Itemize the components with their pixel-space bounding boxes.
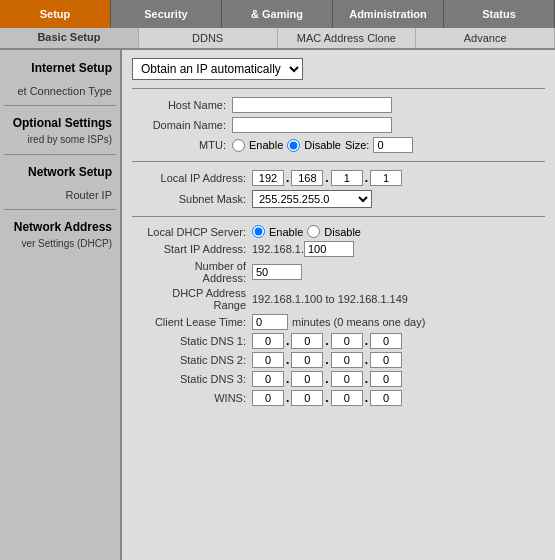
start-ip-input[interactable] (304, 241, 354, 257)
lease-time-suffix: minutes (0 means one day) (292, 316, 425, 328)
static-dns3-row: Static DNS 3: . . . (132, 371, 545, 387)
sidebar-network-address-title: Network Address (4, 220, 112, 234)
lease-time-row: Client Lease Time: minutes (0 means one … (132, 314, 545, 330)
dhcp-enable-radio[interactable] (252, 225, 265, 238)
sidebar-dhcp-label: ver Settings (DHCP) (21, 238, 112, 249)
mtu-radio-group: Enable Disable Size: (232, 137, 413, 153)
domain-name-label: Domain Name: (132, 119, 232, 131)
num-address-label: Number of Address: (132, 260, 252, 284)
dns3-dot-3: . (365, 372, 368, 386)
mtu-disable-radio[interactable] (287, 139, 300, 152)
domain-name-input[interactable] (232, 117, 392, 133)
sidebar-optional-title: Optional Settings (4, 116, 112, 130)
mtu-size-input[interactable] (373, 137, 413, 153)
dhcp-range-row: DHCP Address Range 192.168.1.100 to 192.… (132, 287, 545, 311)
wins-octet-4[interactable] (370, 390, 402, 406)
sidebar-network-setup-title: Network Setup (4, 165, 112, 179)
wins-octet-1[interactable] (252, 390, 284, 406)
dns2-octet-3[interactable] (331, 352, 363, 368)
sub-nav: Basic Setup DDNS MAC Address Clone Advan… (0, 28, 555, 50)
dhcp-range-label-line2: Range (214, 299, 246, 311)
num-address-input[interactable] (252, 264, 302, 280)
static-dns2-row: Static DNS 2: . . . (132, 352, 545, 368)
dhcp-range-value: 192.168.1.100 to 192.168.1.149 (252, 293, 408, 305)
tab-security[interactable]: Security (111, 0, 222, 28)
dns3-octet-2[interactable] (291, 371, 323, 387)
wins-dot-3: . (365, 391, 368, 405)
dns1-dot-3: . (365, 334, 368, 348)
local-ip-label: Local IP Address: (132, 172, 252, 184)
dns3-dot-1: . (286, 372, 289, 386)
mtu-row: MTU: Enable Disable Size: (132, 137, 545, 153)
local-ip-row: Local IP Address: . . . (132, 170, 545, 186)
dhcp-disable-label: Disable (324, 226, 361, 238)
sidebar-internet-setup-title: Internet Setup (4, 61, 112, 75)
subtab-advanced[interactable]: Advance (416, 28, 555, 48)
sidebar: Internet Setup et Connection Type Option… (0, 50, 120, 560)
connection-type-select[interactable]: Obtain an IP automatically Static IP PPP… (132, 58, 303, 80)
dns1-octet-3[interactable] (331, 333, 363, 349)
dns1-octet-1[interactable] (252, 333, 284, 349)
dns3-octet-1[interactable] (252, 371, 284, 387)
subnet-mask-select[interactable]: 255.255.255.0 255.255.0.0 255.0.0.0 (252, 190, 372, 208)
mtu-size-label: Size: (345, 139, 369, 151)
sidebar-network-setup: Network Setup (0, 159, 120, 185)
dhcp-disable-radio[interactable] (307, 225, 320, 238)
dhcp-range-label-line1: DHCP Address (172, 287, 246, 299)
dhcp-range-label: DHCP Address Range (132, 287, 252, 311)
static-dns1-fields: . . . (252, 333, 402, 349)
wins-octet-3[interactable] (331, 390, 363, 406)
tab-administration[interactable]: Administration (333, 0, 444, 28)
subtab-mac-clone[interactable]: MAC Address Clone (278, 28, 417, 48)
wins-octet-2[interactable] (291, 390, 323, 406)
dhcp-server-label: Local DHCP Server: (132, 226, 252, 238)
local-ip-fields: . . . (252, 170, 402, 186)
static-dns3-label: Static DNS 3: (132, 373, 252, 385)
dns3-octet-3[interactable] (331, 371, 363, 387)
sidebar-router-ip-label: Router IP (0, 185, 120, 205)
divider-network (132, 161, 545, 162)
dns3-dot-2: . (325, 372, 328, 386)
subnet-mask-label: Subnet Mask: (132, 193, 252, 205)
dns2-octet-4[interactable] (370, 352, 402, 368)
dns1-dot-1: . (286, 334, 289, 348)
dns2-octet-1[interactable] (252, 352, 284, 368)
dns1-octet-2[interactable] (291, 333, 323, 349)
dns2-dot-1: . (286, 353, 289, 367)
host-name-input[interactable] (232, 97, 392, 113)
static-dns2-fields: . . . (252, 352, 402, 368)
dns2-dot-2: . (325, 353, 328, 367)
num-address-label-line2: Address: (203, 272, 246, 284)
lease-time-input[interactable] (252, 314, 288, 330)
static-dns3-fields: . . . (252, 371, 402, 387)
local-ip-octet-1[interactable] (252, 170, 284, 186)
subtab-basic-setup[interactable]: Basic Setup (0, 28, 139, 48)
tab-setup[interactable]: Setup (0, 0, 111, 28)
sidebar-connection-type-label: et Connection Type (0, 81, 120, 101)
dns1-dot-2: . (325, 334, 328, 348)
static-dns1-row: Static DNS 1: . . . (132, 333, 545, 349)
tab-gaming[interactable]: & Gaming (222, 0, 333, 28)
start-ip-prefix: 192.168.1. (252, 243, 304, 255)
mtu-label: MTU: (132, 139, 232, 151)
dns1-octet-4[interactable] (370, 333, 402, 349)
local-ip-octet-2[interactable] (291, 170, 323, 186)
static-dns2-label: Static DNS 2: (132, 354, 252, 366)
dns3-octet-4[interactable] (370, 371, 402, 387)
mtu-enable-radio[interactable] (232, 139, 245, 152)
local-ip-octet-4[interactable] (370, 170, 402, 186)
divider-dhcp (132, 216, 545, 217)
connection-type-row: Obtain an IP automatically Static IP PPP… (132, 58, 545, 80)
wins-row: WINS: . . . (132, 390, 545, 406)
wins-fields: . . . (252, 390, 402, 406)
dns2-octet-2[interactable] (291, 352, 323, 368)
lease-time-label: Client Lease Time: (132, 316, 252, 328)
wins-label: WINS: (132, 392, 252, 404)
local-ip-octet-3[interactable] (331, 170, 363, 186)
ip-dot-1: . (286, 171, 289, 185)
sidebar-divider-1 (4, 105, 116, 106)
wins-dot-2: . (325, 391, 328, 405)
subtab-ddns[interactable]: DDNS (139, 28, 278, 48)
tab-status[interactable]: Status (444, 0, 555, 28)
static-dns1-label: Static DNS 1: (132, 335, 252, 347)
